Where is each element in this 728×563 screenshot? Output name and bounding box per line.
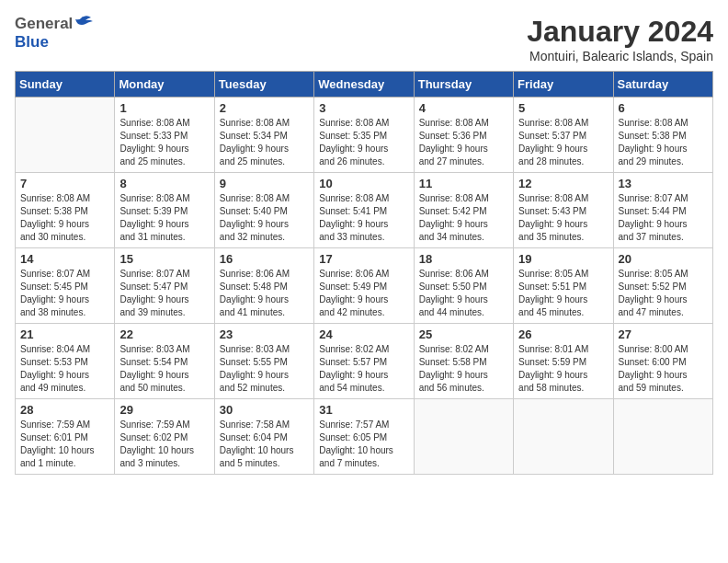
- day-info: Sunrise: 8:08 AM Sunset: 5:34 PM Dayligh…: [220, 117, 309, 168]
- day-info: Sunrise: 8:03 AM Sunset: 5:54 PM Dayligh…: [119, 343, 209, 395]
- day-number: 9: [220, 177, 309, 190]
- calendar-cell: [613, 399, 712, 475]
- week-row-3: 14Sunrise: 8:07 AM Sunset: 5:45 PM Dayli…: [16, 248, 713, 324]
- day-number: 15: [119, 252, 209, 266]
- day-info: Sunrise: 8:08 AM Sunset: 5:35 PM Dayligh…: [319, 117, 408, 168]
- calendar-cell: 19Sunrise: 8:05 AM Sunset: 5:51 PM Dayli…: [514, 248, 613, 324]
- day-number: 19: [518, 252, 608, 266]
- day-number: 13: [619, 177, 708, 190]
- day-number: 26: [518, 327, 608, 341]
- day-info: Sunrise: 8:08 AM Sunset: 5:39 PM Dayligh…: [119, 192, 209, 244]
- day-number: 2: [220, 101, 309, 115]
- calendar-cell: 24Sunrise: 8:02 AM Sunset: 5:57 PM Dayli…: [314, 324, 414, 399]
- day-info: Sunrise: 8:08 AM Sunset: 5:42 PM Dayligh…: [419, 192, 508, 244]
- week-row-1: 1Sunrise: 8:08 AM Sunset: 5:33 PM Daylig…: [16, 98, 713, 173]
- calendar-cell: 22Sunrise: 8:03 AM Sunset: 5:54 PM Dayli…: [115, 324, 214, 399]
- day-info: Sunrise: 8:00 AM Sunset: 6:00 PM Dayligh…: [619, 343, 708, 395]
- logo: General Blue: [15, 15, 93, 52]
- calendar-cell: 30Sunrise: 7:58 AM Sunset: 6:04 PM Dayli…: [214, 399, 313, 475]
- day-info: Sunrise: 7:57 AM Sunset: 6:05 PM Dayligh…: [319, 419, 408, 470]
- day-info: Sunrise: 8:07 AM Sunset: 5:47 PM Dayligh…: [119, 268, 209, 319]
- day-number: 3: [319, 101, 408, 115]
- header-day-wednesday: Wednesday: [314, 72, 414, 98]
- calendar-cell: 10Sunrise: 8:08 AM Sunset: 5:41 PM Dayli…: [314, 173, 414, 248]
- day-info: Sunrise: 7:59 AM Sunset: 6:02 PM Dayligh…: [119, 419, 209, 470]
- day-number: 24: [319, 327, 408, 341]
- day-info: Sunrise: 8:08 AM Sunset: 5:38 PM Dayligh…: [619, 117, 708, 168]
- calendar-cell: [514, 399, 613, 475]
- day-number: 10: [319, 177, 408, 190]
- day-info: Sunrise: 8:05 AM Sunset: 5:52 PM Dayligh…: [619, 268, 708, 319]
- day-info: Sunrise: 8:01 AM Sunset: 5:59 PM Dayligh…: [518, 343, 608, 395]
- calendar-cell: 23Sunrise: 8:03 AM Sunset: 5:55 PM Dayli…: [214, 324, 313, 399]
- calendar-cell: 26Sunrise: 8:01 AM Sunset: 5:59 PM Dayli…: [514, 324, 613, 399]
- calendar-cell: 9Sunrise: 8:08 AM Sunset: 5:40 PM Daylig…: [214, 173, 313, 248]
- calendar-header: SundayMondayTuesdayWednesdayThursdayFrid…: [16, 72, 713, 98]
- day-info: Sunrise: 8:06 AM Sunset: 5:50 PM Dayligh…: [419, 268, 508, 319]
- day-number: 20: [619, 252, 708, 266]
- header-row: SundayMondayTuesdayWednesdayThursdayFrid…: [16, 72, 713, 98]
- calendar-cell: 1Sunrise: 8:08 AM Sunset: 5:33 PM Daylig…: [115, 98, 214, 173]
- calendar-cell: 12Sunrise: 8:08 AM Sunset: 5:43 PM Dayli…: [514, 173, 613, 248]
- day-info: Sunrise: 8:02 AM Sunset: 5:58 PM Dayligh…: [419, 343, 508, 395]
- day-info: Sunrise: 8:06 AM Sunset: 5:49 PM Dayligh…: [319, 268, 408, 319]
- day-number: 29: [119, 403, 209, 417]
- day-number: 7: [20, 177, 109, 190]
- calendar-subtitle: Montuiri, Balearic Islands, Spain: [527, 49, 713, 63]
- day-info: Sunrise: 8:08 AM Sunset: 5:33 PM Dayligh…: [119, 117, 209, 168]
- day-info: Sunrise: 8:06 AM Sunset: 5:48 PM Dayligh…: [220, 268, 309, 319]
- calendar-cell: 13Sunrise: 8:07 AM Sunset: 5:44 PM Dayli…: [613, 173, 712, 248]
- calendar-cell: 14Sunrise: 8:07 AM Sunset: 5:45 PM Dayli…: [16, 248, 115, 324]
- day-info: Sunrise: 8:04 AM Sunset: 5:53 PM Dayligh…: [20, 343, 109, 395]
- day-number: 21: [20, 327, 109, 341]
- day-number: 12: [518, 177, 608, 190]
- calendar-table: SundayMondayTuesdayWednesdayThursdayFrid…: [15, 71, 713, 475]
- calendar-cell: 3Sunrise: 8:08 AM Sunset: 5:35 PM Daylig…: [314, 98, 414, 173]
- day-number: 25: [419, 327, 508, 341]
- logo-blue: Blue: [15, 33, 49, 51]
- calendar-cell: 18Sunrise: 8:06 AM Sunset: 5:50 PM Dayli…: [414, 248, 513, 324]
- header-day-thursday: Thursday: [414, 72, 513, 98]
- day-info: Sunrise: 8:07 AM Sunset: 5:45 PM Dayligh…: [20, 268, 109, 319]
- day-info: Sunrise: 7:59 AM Sunset: 6:01 PM Dayligh…: [20, 419, 109, 470]
- week-row-5: 28Sunrise: 7:59 AM Sunset: 6:01 PM Dayli…: [16, 399, 713, 475]
- calendar-cell: 25Sunrise: 8:02 AM Sunset: 5:58 PM Dayli…: [414, 324, 513, 399]
- calendar-cell: 29Sunrise: 7:59 AM Sunset: 6:02 PM Dayli…: [115, 399, 214, 475]
- day-info: Sunrise: 8:08 AM Sunset: 5:36 PM Dayligh…: [419, 117, 508, 168]
- day-number: 18: [419, 252, 508, 266]
- header: General Blue January 2024 Montuiri, Bale…: [15, 15, 713, 63]
- calendar-cell: 7Sunrise: 8:08 AM Sunset: 5:38 PM Daylig…: [16, 173, 115, 248]
- calendar-cell: 6Sunrise: 8:08 AM Sunset: 5:38 PM Daylig…: [613, 98, 712, 173]
- day-info: Sunrise: 8:02 AM Sunset: 5:57 PM Dayligh…: [319, 343, 408, 395]
- week-row-4: 21Sunrise: 8:04 AM Sunset: 5:53 PM Dayli…: [16, 324, 713, 399]
- calendar-cell: 21Sunrise: 8:04 AM Sunset: 5:53 PM Dayli…: [16, 324, 115, 399]
- header-day-friday: Friday: [514, 72, 613, 98]
- header-day-tuesday: Tuesday: [214, 72, 313, 98]
- day-number: 27: [619, 327, 708, 341]
- day-number: 4: [419, 101, 508, 115]
- header-day-saturday: Saturday: [613, 72, 712, 98]
- calendar-cell: 31Sunrise: 7:57 AM Sunset: 6:05 PM Dayli…: [314, 399, 414, 475]
- week-row-2: 7Sunrise: 8:08 AM Sunset: 5:38 PM Daylig…: [16, 173, 713, 248]
- calendar-cell: 27Sunrise: 8:00 AM Sunset: 6:00 PM Dayli…: [613, 324, 712, 399]
- day-number: 30: [220, 403, 309, 417]
- calendar-body: 1Sunrise: 8:08 AM Sunset: 5:33 PM Daylig…: [16, 98, 713, 475]
- day-number: 23: [220, 327, 309, 341]
- day-info: Sunrise: 8:08 AM Sunset: 5:38 PM Dayligh…: [20, 192, 109, 244]
- calendar-cell: 28Sunrise: 7:59 AM Sunset: 6:01 PM Dayli…: [16, 399, 115, 475]
- day-number: 1: [119, 101, 209, 115]
- day-number: 6: [619, 101, 708, 115]
- day-number: 28: [20, 403, 109, 417]
- day-info: Sunrise: 8:05 AM Sunset: 5:51 PM Dayligh…: [518, 268, 608, 319]
- day-number: 5: [518, 101, 608, 115]
- calendar-title: January 2024: [527, 15, 713, 49]
- day-number: 31: [319, 403, 408, 417]
- calendar-cell: 4Sunrise: 8:08 AM Sunset: 5:36 PM Daylig…: [414, 98, 513, 173]
- day-number: 22: [119, 327, 209, 341]
- day-info: Sunrise: 8:07 AM Sunset: 5:44 PM Dayligh…: [619, 192, 708, 244]
- day-info: Sunrise: 7:58 AM Sunset: 6:04 PM Dayligh…: [220, 419, 309, 470]
- calendar-cell: 15Sunrise: 8:07 AM Sunset: 5:47 PM Dayli…: [115, 248, 214, 324]
- day-number: 16: [220, 252, 309, 266]
- header-day-sunday: Sunday: [16, 72, 115, 98]
- calendar-cell: [16, 98, 115, 173]
